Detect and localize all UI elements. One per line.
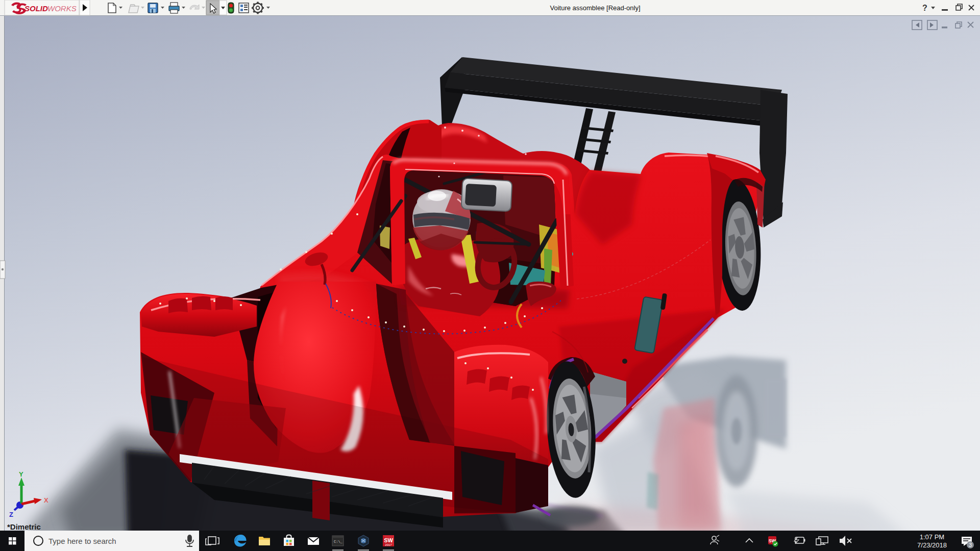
svg-text:?: ?	[922, 4, 927, 12]
svg-text:2017: 2017	[385, 543, 392, 546]
svg-text:Type here to search: Type here to search	[48, 537, 116, 545]
svg-text:Z: Z	[9, 511, 13, 518]
svg-text:3: 3	[969, 542, 972, 548]
svg-text:WORKS: WORKS	[47, 4, 77, 13]
svg-text:Voiture assomblee [Read-only]: Voiture assomblee [Read-only]	[550, 4, 640, 12]
svg-text:SOLID: SOLID	[24, 4, 48, 13]
svg-text:C:\_: C:\_	[334, 540, 343, 544]
svg-text:Y: Y	[19, 470, 23, 478]
svg-text:SW: SW	[384, 537, 393, 543]
svg-text:7/23/2018: 7/23/2018	[917, 541, 947, 549]
svg-text:X: X	[44, 496, 48, 504]
svg-text:1:07 PM: 1:07 PM	[920, 533, 944, 541]
